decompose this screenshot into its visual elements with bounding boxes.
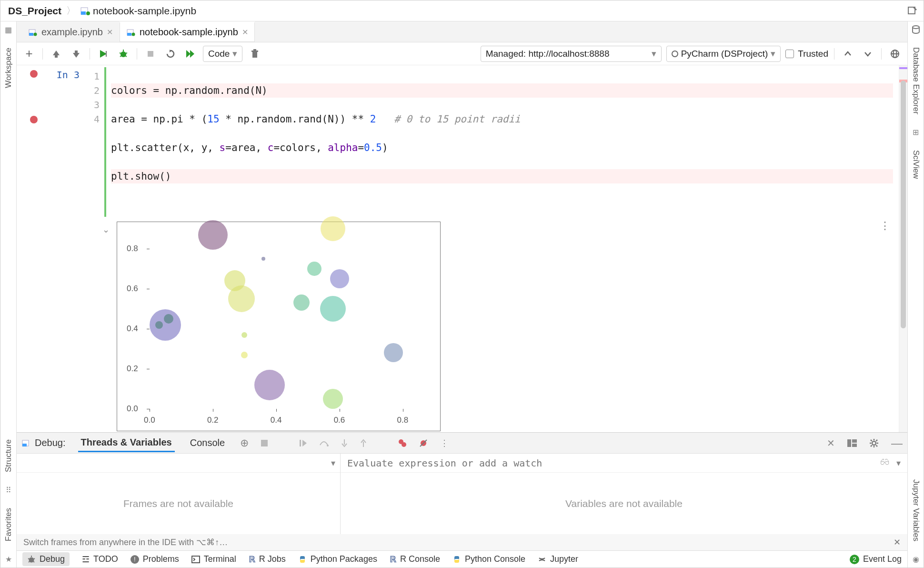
resume-icon[interactable] bbox=[299, 439, 307, 447]
trusted-checkbox[interactable]: Trusted bbox=[785, 49, 828, 59]
minimize-icon[interactable]: — bbox=[891, 441, 903, 446]
data-point bbox=[254, 370, 285, 400]
status-problems[interactable]: !Problems bbox=[131, 554, 179, 564]
status-rjobs[interactable]: ℝR Jobs bbox=[249, 554, 286, 565]
step-over-icon[interactable] bbox=[319, 439, 329, 447]
watch-input[interactable] bbox=[347, 457, 880, 469]
y-tick-label: 0.8 bbox=[127, 244, 138, 254]
notebook-toolbar: + bbox=[17, 42, 907, 65]
hint-bar: Switch frames from anywhere in the IDE w… bbox=[17, 534, 907, 550]
data-point bbox=[164, 314, 173, 324]
data-point bbox=[307, 262, 321, 276]
editor[interactable]: ✔ In 3 1 2 3 4 bbox=[17, 65, 899, 432]
add-tab-icon[interactable]: ⊕ bbox=[240, 437, 249, 449]
tool-favorites[interactable]: Favorites bbox=[4, 505, 13, 544]
mute-breakpoints-icon[interactable] bbox=[419, 439, 428, 447]
tab-console[interactable]: Console bbox=[187, 435, 228, 451]
close-icon[interactable]: ✕ bbox=[242, 28, 248, 37]
tool-structure[interactable]: Structure bbox=[4, 436, 13, 475]
line-numbers: 1 2 3 4 bbox=[84, 67, 104, 217]
status-debug[interactable]: Debug bbox=[22, 552, 70, 566]
expand-up-button[interactable] bbox=[840, 46, 855, 61]
y-tick-label: 0.4 bbox=[127, 324, 138, 334]
move-up-button[interactable] bbox=[49, 46, 64, 61]
close-icon[interactable]: ✕ bbox=[107, 28, 113, 37]
gear-icon[interactable] bbox=[869, 438, 879, 448]
code-cell[interactable]: In 3 1 2 3 4 colors = np.random.rand(N) … bbox=[17, 67, 899, 217]
breakpoint-icon[interactable] bbox=[30, 70, 38, 78]
gutter[interactable] bbox=[17, 67, 51, 217]
run-cell-button[interactable] bbox=[96, 46, 111, 61]
svg-line-15 bbox=[120, 56, 121, 57]
tab-example[interactable]: example.ipynb ✕ bbox=[21, 21, 120, 42]
svg-rect-53 bbox=[192, 556, 200, 563]
right-tool-strip: Database Explorer ⊞ SciView Jupyter Vari… bbox=[907, 21, 924, 568]
status-terminal[interactable]: Terminal bbox=[191, 554, 236, 564]
status-todo[interactable]: ☲TODO bbox=[82, 554, 118, 565]
step-out-icon[interactable] bbox=[360, 439, 367, 447]
add-cell-button[interactable]: + bbox=[21, 46, 37, 61]
debug-cell-button[interactable] bbox=[116, 46, 131, 61]
tab-threads-variables[interactable]: Threads & Variables bbox=[78, 434, 175, 452]
svg-line-45 bbox=[871, 445, 872, 446]
tool-database-explorer[interactable]: Database Explorer bbox=[911, 44, 921, 117]
scroll-thumb[interactable] bbox=[901, 81, 906, 328]
glasses-icon[interactable]: 👓︎ bbox=[880, 457, 890, 468]
expand-down-button[interactable] bbox=[860, 46, 875, 61]
delete-cell-button[interactable] bbox=[247, 46, 262, 61]
y-tick-label: 0.0 bbox=[127, 404, 138, 414]
jupyter-icon bbox=[538, 555, 546, 564]
interpreter-dropdown[interactable]: PyCharm (DSProject) ▾ bbox=[666, 46, 781, 62]
scatter-plot: 0.00.20.40.60.80.00.20.40.60.8 bbox=[117, 222, 441, 431]
x-tick-label: 0.8 bbox=[397, 416, 409, 425]
left-tool-strip: ▦ Workspace Structure ⠿ Favorites ★ bbox=[0, 21, 17, 568]
status-r-console[interactable]: ℝR Console bbox=[390, 554, 440, 565]
tool-sciview[interactable]: SciView bbox=[911, 147, 921, 182]
breadcrumb-file[interactable]: notebook-sample.ipynb bbox=[79, 5, 198, 17]
scrollbar[interactable] bbox=[899, 65, 907, 432]
kernel-dropdown[interactable]: Managed: http://localhost:8888 ▾ bbox=[481, 46, 662, 62]
svg-point-2 bbox=[86, 11, 90, 15]
marker-icon bbox=[899, 67, 907, 69]
chevron-down-icon[interactable]: ▾ bbox=[896, 458, 901, 468]
collapse-output-icon[interactable]: ⌄ bbox=[102, 222, 117, 431]
run-all-button[interactable] bbox=[183, 46, 198, 61]
data-point bbox=[241, 352, 248, 358]
close-panel-icon[interactable]: ✕ bbox=[827, 437, 835, 449]
more-icon[interactable]: ⋮ bbox=[440, 438, 449, 448]
close-icon[interactable]: ✕ bbox=[894, 537, 901, 548]
restart-button[interactable] bbox=[163, 46, 178, 61]
tool-jupyter-variables[interactable]: Jupyter Variables bbox=[911, 477, 921, 544]
status-jupyter[interactable]: Jupyter bbox=[538, 554, 578, 564]
data-point bbox=[261, 257, 265, 261]
status-event-log[interactable]: 2Event Log bbox=[850, 554, 902, 564]
svg-point-38 bbox=[872, 441, 876, 445]
view-breakpoints-icon[interactable] bbox=[398, 439, 407, 447]
more-icon[interactable]: ⋮ bbox=[880, 220, 890, 232]
chevron-down-icon[interactable]: ▾ bbox=[331, 458, 335, 468]
code-content[interactable]: colors = np.random.rand(N) area = np.pi … bbox=[106, 67, 899, 217]
browser-icon[interactable] bbox=[887, 46, 903, 61]
breadcrumb: DS_Project 〉 notebook-sample.ipynb bbox=[0, 0, 924, 21]
svg-line-13 bbox=[120, 53, 121, 53]
terminal-icon bbox=[191, 556, 200, 563]
svg-rect-17 bbox=[148, 51, 153, 57]
tab-notebook-sample[interactable]: notebook-sample.ipynb ✕ bbox=[120, 21, 255, 42]
layout-icon[interactable] bbox=[847, 439, 857, 447]
breakpoint-icon[interactable] bbox=[30, 116, 38, 123]
step-into-icon[interactable] bbox=[341, 439, 348, 447]
move-down-button[interactable] bbox=[69, 46, 84, 61]
stop-icon[interactable] bbox=[261, 440, 268, 446]
status-python-packages[interactable]: Python Packages bbox=[298, 554, 377, 564]
cell-prompt: In 3 bbox=[51, 67, 84, 217]
interrupt-button[interactable] bbox=[143, 46, 158, 61]
status-python-console[interactable]: Python Console bbox=[452, 554, 525, 564]
data-point bbox=[241, 332, 247, 338]
python-icon bbox=[298, 555, 307, 564]
cell-type-dropdown[interactable]: Code ▾ bbox=[203, 46, 242, 62]
grid-icon: ⊞ bbox=[913, 128, 919, 137]
breadcrumb-project[interactable]: DS_Project bbox=[6, 5, 63, 17]
edit-configurations-icon[interactable] bbox=[907, 6, 918, 16]
tool-workspace[interactable]: Workspace bbox=[4, 45, 13, 91]
data-point bbox=[323, 389, 343, 409]
